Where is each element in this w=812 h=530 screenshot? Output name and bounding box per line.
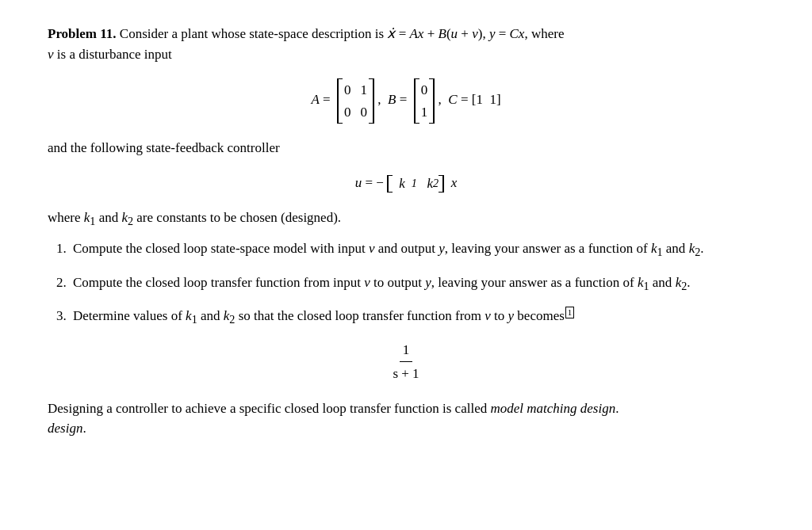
questions-list: Compute the closed loop state-space mode… — [48, 238, 764, 329]
matrix-B: 0 1 — [414, 78, 435, 124]
problem-number: Problem 11. — [48, 26, 117, 41]
problem-intro: Problem 11. Consider a plant whose state… — [48, 24, 764, 64]
target-fraction: 1 s + 1 — [48, 340, 764, 384]
intro-text: Consider a plant whose state-space descr… — [120, 26, 565, 41]
question-1: Compute the closed loop state-space mode… — [70, 238, 764, 261]
closing-paragraph: Designing a controller to achieve a spec… — [48, 398, 764, 439]
where-k-text: where k1 and k2 are constants to be chos… — [48, 208, 764, 231]
matrix-A: 0 1 0 0 — [337, 78, 374, 124]
feedback-equation: u = − k1 k2 x — [48, 173, 764, 194]
question-3: Determine values of k1 and k2 so that th… — [70, 306, 764, 329]
matrices-equation: A = 0 1 0 0 , B = 0 1 , C = [1 1] — [48, 78, 764, 124]
k-matrix: k1 k2 — [387, 173, 444, 194]
question-2: Compute the closed loop transfer functio… — [70, 273, 764, 296]
feedback-intro: and the following state-feedback control… — [48, 138, 764, 158]
problem-container: Problem 11. Consider a plant whose state… — [48, 24, 764, 439]
disturbance-text: v is a disturbance input — [48, 47, 172, 62]
